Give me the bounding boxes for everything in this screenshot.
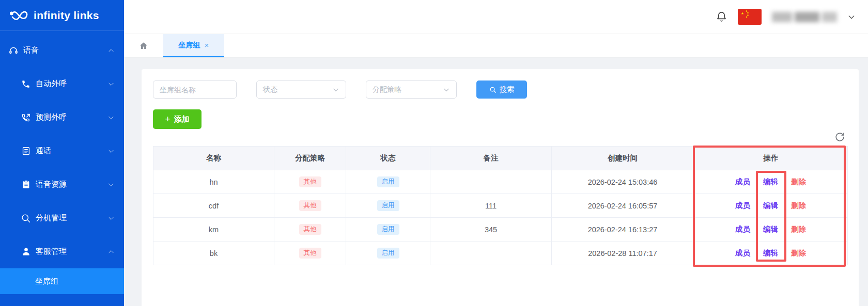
sidebar-item-label: 坐席组: [35, 277, 58, 286]
cell-status: 启用: [346, 241, 430, 265]
edit-link[interactable]: 编辑: [763, 224, 778, 234]
brand-name: infinity links: [34, 9, 99, 22]
cell-strategy: 其他: [274, 194, 346, 218]
column-header: 创建时间: [552, 147, 694, 170]
agent-group-table: 名称分配策略状态备注创建时间操作 hn其他启用2026-02-24 15:03:…: [153, 146, 848, 265]
cn-flag-icon[interactable]: [738, 9, 762, 25]
sidebar-item[interactable]: 分机管理: [0, 201, 124, 235]
sidebar-item[interactable]: 通话: [0, 134, 124, 168]
search-button[interactable]: 搜索: [476, 80, 527, 99]
user-icon: [21, 247, 31, 257]
cell-remark: [430, 241, 552, 265]
main-card: 状态 分配策略 搜索 + 添加: [142, 69, 859, 306]
cell-created-time: 2026-02-24 16:13:27: [552, 218, 694, 241]
status-tag: 启用: [377, 224, 399, 235]
cell-status: 启用: [346, 194, 430, 218]
members-link[interactable]: 成员: [735, 248, 750, 258]
edit-link[interactable]: 编辑: [763, 201, 778, 211]
sidebar-item-label: 客服管理: [36, 247, 67, 256]
delete-link[interactable]: 删除: [791, 201, 806, 211]
table-row: hn其他启用2026-02-24 15:03:46成员编辑删除: [153, 170, 848, 194]
search-icon: [489, 86, 497, 93]
cell-status: 启用: [346, 170, 430, 194]
cell-created-time: 2026-02-28 11:07:17: [552, 241, 694, 265]
cell-remark: 345: [430, 218, 552, 241]
sidebar-item[interactable]: 预测外呼: [0, 101, 124, 134]
chevron-down-icon: [107, 148, 115, 155]
delete-link[interactable]: 删除: [791, 224, 806, 234]
cell-actions: 成员编辑删除: [694, 194, 848, 218]
status-select-placeholder: 状态: [263, 85, 277, 94]
sidebar-item[interactable]: 自动外呼: [0, 67, 124, 101]
column-header: 操作: [694, 147, 848, 170]
table-header-row: 名称分配策略状态备注创建时间操作: [153, 147, 848, 170]
filter-row: 状态 分配策略 搜索: [153, 80, 847, 99]
strategy-select[interactable]: 分配策略: [366, 80, 457, 99]
members-link[interactable]: 成员: [735, 201, 750, 211]
chevron-down-icon: [107, 80, 115, 88]
cell-strategy: 其他: [274, 218, 346, 241]
add-button[interactable]: + 添加: [153, 109, 202, 129]
cell-name: cdf: [153, 194, 274, 218]
phone-outgoing-icon: [21, 112, 31, 123]
cell-strategy: 其他: [274, 241, 346, 265]
cell-name: bk: [153, 241, 274, 265]
members-link[interactable]: 成员: [735, 224, 750, 234]
cell-status: 启用: [346, 218, 430, 241]
refresh-row: [153, 132, 847, 143]
refresh-icon[interactable]: [834, 132, 845, 143]
group-name-input[interactable]: [153, 80, 237, 99]
tab-close-icon[interactable]: ×: [205, 41, 209, 49]
cell-actions: 成员编辑删除: [694, 218, 848, 241]
bell-icon[interactable]: [716, 11, 727, 23]
chevron-down-icon: [107, 114, 115, 121]
status-tag: 启用: [377, 176, 399, 188]
brand-logo: infinity links: [0, 0, 124, 31]
chevron-down-icon[interactable]: [847, 13, 856, 21]
status-tag: 启用: [377, 248, 399, 259]
column-header: 状态: [346, 147, 430, 170]
delete-link[interactable]: 删除: [791, 248, 806, 258]
chevron-down-icon: [443, 86, 450, 93]
cell-name: km: [153, 218, 274, 241]
chevron-down-icon: [107, 181, 115, 188]
chevron-up-icon: [107, 47, 115, 54]
sidebar-item-selected[interactable]: 坐席组: [0, 268, 124, 294]
chevron-down-icon: [332, 86, 339, 93]
cell-actions: 成员编辑删除: [694, 241, 848, 265]
strategy-tag: 其他: [299, 200, 321, 212]
cell-remark: 111: [430, 194, 552, 218]
sidebar-item[interactable]: 客服管理: [0, 235, 124, 268]
username-blurred[interactable]: [772, 12, 837, 22]
sidebar-item-label: 通话: [36, 146, 51, 156]
cell-strategy: 其他: [274, 170, 346, 194]
infinity-logo-icon: [8, 8, 29, 23]
home-icon[interactable]: [124, 34, 163, 57]
topbar: [124, 0, 868, 34]
document-icon: [21, 146, 31, 156]
cell-actions: 成员编辑删除: [694, 170, 848, 194]
sidebar-item[interactable]: 语音: [0, 34, 124, 67]
phone-icon: [21, 79, 31, 89]
status-select[interactable]: 状态: [256, 80, 346, 99]
tab-label: 坐席组: [179, 41, 200, 50]
table-body: hn其他启用2026-02-24 15:03:46成员编辑删除cdf其他启用11…: [153, 170, 848, 265]
strategy-tag: 其他: [299, 248, 321, 259]
sidebar-item-label: 语音资源: [36, 180, 67, 189]
sidebar-item[interactable]: 语音资源: [0, 168, 124, 201]
column-header: 名称: [153, 147, 274, 170]
content-area: 状态 分配策略 搜索 + 添加: [124, 58, 868, 306]
members-link[interactable]: 成员: [735, 177, 750, 187]
tab-agent-group[interactable]: 坐席组 ×: [163, 34, 224, 57]
edit-link[interactable]: 编辑: [763, 177, 778, 187]
add-button-label: 添加: [174, 115, 190, 124]
cell-remark: [430, 170, 552, 194]
headset-icon: [8, 45, 19, 56]
status-tag: 启用: [377, 200, 399, 212]
edit-link[interactable]: 编辑: [763, 248, 778, 258]
delete-link[interactable]: 删除: [791, 177, 806, 187]
sidebar-menu: 语音自动外呼预测外呼通话语音资源分机管理客服管理坐席组: [0, 31, 124, 294]
sidebar: infinity links 语音自动外呼预测外呼通话语音资源分机管理客服管理坐…: [0, 0, 124, 306]
magnifier-icon: [21, 213, 31, 223]
sidebar-item-label: 分机管理: [36, 213, 67, 223]
